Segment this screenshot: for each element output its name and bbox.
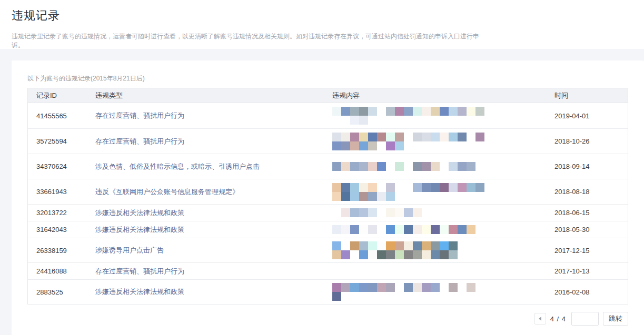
mosaic-cell [475, 107, 484, 116]
table-row: 34370624 涉及色情、低俗及性暗示信息，或暗示、引诱用户点击 2018-0… [28, 154, 628, 179]
censored-content-mosaic [332, 183, 554, 192]
mosaic-cell [422, 241, 431, 250]
mosaic-cell [413, 225, 422, 234]
mosaic-cell [341, 225, 350, 234]
mosaic-cell [377, 133, 386, 141]
mosaic-cell [332, 107, 341, 116]
table-row: 31642043 涉嫌违反相关法律法规和政策 2018-05-30 [28, 221, 628, 238]
mosaic-cell [440, 225, 449, 234]
mosaic-cell [440, 183, 449, 192]
mosaic-cell [449, 162, 458, 171]
mosaic-cell [368, 192, 377, 201]
pagination: 4 / 4 跳转 [534, 312, 628, 326]
mosaic-cell [475, 133, 484, 141]
violation-type-link[interactable]: 违反《互联网用户公众账号信息服务管理规定》 [95, 188, 239, 196]
violation-type-link[interactable]: 存在过度营销、骚扰用户行为 [95, 137, 184, 145]
record-date-cell: 2018-08-18 [554, 188, 629, 196]
mosaic-cell [350, 208, 359, 217]
censored-content-mosaic [332, 192, 554, 201]
censored-content-mosaic [332, 241, 554, 250]
mosaic-cell [377, 192, 386, 201]
violation-content-cell [332, 208, 554, 217]
mosaic-cell [368, 133, 377, 141]
censored-content-mosaic [332, 141, 554, 150]
prev-page-button[interactable] [534, 313, 546, 324]
violation-type-cell: 存在过度营销、骚扰用户行为 [95, 111, 332, 120]
table-row: 41455565 存在过度营销、骚扰用户行为 2019-04-01 [28, 103, 628, 129]
mosaic-cell [458, 183, 467, 192]
mosaic-cell [422, 133, 431, 141]
mosaic-cell [368, 183, 377, 192]
mosaic-gap [440, 283, 449, 292]
mosaic-cell [341, 208, 350, 217]
violation-type-link[interactable]: 涉嫌诱导用户点击广告 [95, 246, 164, 254]
table-row: 26338159 涉嫌诱导用户点击广告 2017-12-15 [28, 238, 628, 263]
mosaic-cell [359, 162, 368, 171]
mosaic-gap [341, 116, 350, 125]
record-date-cell: 2017-10-13 [554, 267, 629, 275]
mosaic-cell [341, 183, 350, 192]
mosaic-cell [359, 225, 368, 234]
violation-type-link[interactable]: 涉及色情、低俗及性暗示信息，或暗示、引诱用户点击 [95, 163, 260, 170]
table-row: 33661943 违反《互联网用户公众账号信息服务管理规定》 2018-08-1… [28, 179, 628, 205]
mosaic-cell [422, 107, 431, 116]
left-arrow-icon [539, 317, 541, 321]
mosaic-cell [332, 133, 341, 141]
mosaic-cell [341, 250, 350, 259]
mosaic-cell [368, 208, 377, 217]
mosaic-cell [422, 183, 431, 192]
mosaic-cell [449, 225, 458, 234]
violation-type-link[interactable]: 存在过度营销、骚扰用户行为 [95, 111, 184, 119]
page-jump-input[interactable] [571, 312, 599, 326]
records-card: 以下为账号的违规记录(2015年8月21日后) 记录ID违规类型违规内容时间 4… [12, 60, 644, 335]
violation-content-cell [332, 107, 554, 125]
mosaic-cell [386, 225, 395, 234]
mosaic-gap [332, 208, 341, 217]
mosaic-cell [467, 225, 475, 234]
mosaic-cell [368, 225, 377, 234]
censored-content-mosaic [332, 283, 554, 292]
violation-type-link[interactable]: 涉嫌违反相关法律法规和政策 [95, 226, 184, 234]
mosaic-gap [341, 241, 350, 250]
table-row: 35725594 存在过度营销、骚扰用户行为 2018-10-26 [28, 129, 628, 154]
mosaic-cell [359, 107, 368, 116]
records-note: 以下为账号的违规记录(2015年8月21日后) [27, 74, 145, 83]
mosaic-cell [422, 250, 431, 259]
violation-type-cell: 涉及色情、低俗及性暗示信息，或暗示、引诱用户点击 [95, 162, 332, 171]
mosaic-cell [440, 133, 449, 141]
mosaic-cell [368, 250, 377, 259]
mosaic-cell [332, 162, 341, 171]
mosaic-gap [440, 162, 449, 171]
mosaic-cell [350, 116, 359, 125]
record-id-cell: 2883525 [28, 288, 95, 296]
violation-type-link[interactable]: 存在过度营销、骚扰用户行为 [95, 267, 184, 275]
mosaic-cell [359, 141, 368, 150]
violation-content-cell [332, 133, 554, 150]
mosaic-cell [458, 225, 467, 234]
mosaic-cell [350, 141, 359, 150]
mosaic-cell [422, 225, 431, 234]
mosaic-cell [467, 162, 475, 171]
violation-content-cell [332, 162, 554, 171]
mosaic-cell [467, 107, 475, 116]
violation-type-cell: 存在过度营销、骚扰用户行为 [95, 137, 332, 146]
mosaic-cell [431, 225, 440, 234]
mosaic-cell [431, 241, 440, 250]
violation-type-link[interactable]: 涉嫌违反相关法律法规和政策 [95, 209, 184, 217]
censored-content-mosaic [332, 208, 554, 217]
mosaic-cell [413, 162, 422, 171]
table-body: 41455565 存在过度营销、骚扰用户行为 2019-04-01 357255… [28, 103, 628, 304]
mosaic-cell [475, 183, 484, 192]
mosaic-cell [449, 183, 458, 192]
violation-content-cell [332, 241, 554, 259]
record-date-cell: 2018-05-30 [554, 226, 629, 234]
jump-button[interactable]: 跳转 [603, 312, 628, 326]
mosaic-cell [386, 250, 395, 259]
violation-type-link[interactable]: 涉嫌违反相关法律法规和政策 [95, 288, 184, 296]
column-header: 违规内容 [332, 91, 554, 100]
mosaic-cell [350, 183, 359, 192]
mosaic-cell [377, 162, 386, 171]
mosaic-cell [350, 225, 359, 234]
page-title: 违规记录 [12, 8, 60, 24]
mosaic-cell [413, 250, 422, 259]
